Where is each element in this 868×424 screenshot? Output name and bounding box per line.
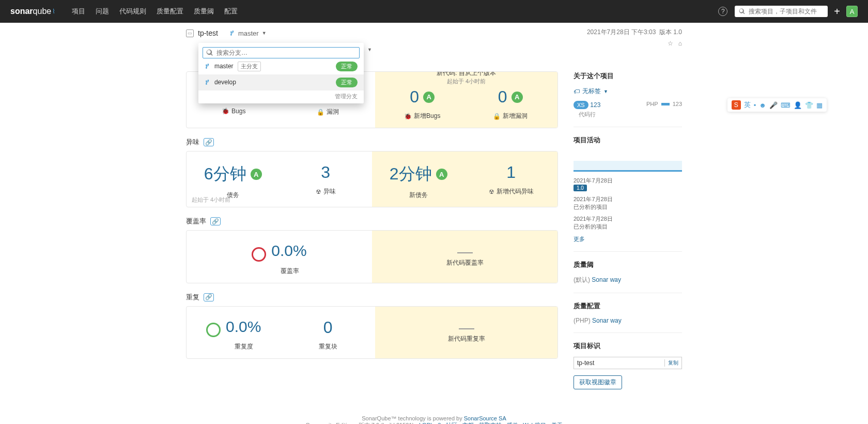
rating-badge: A	[512, 92, 523, 103]
bug-icon: 🐞	[222, 108, 229, 115]
global-search[interactable]	[735, 6, 828, 17]
metric-new-vulnerabilities[interactable]: 0A 🔒新增漏洞	[467, 87, 555, 120]
bug-icon: 🐞	[404, 113, 412, 120]
nav-issues[interactable]: 问题	[90, 7, 114, 16]
keyboard-icon[interactable]: ⌨	[781, 101, 791, 109]
star-icon[interactable]: ☆	[668, 40, 673, 47]
metric-debt[interactable]: 6分钟A 债务 起始于 4小时前	[187, 152, 280, 207]
search-icon	[739, 8, 745, 15]
rating-badge: A	[423, 92, 435, 103]
search-icon	[206, 49, 213, 56]
chevron-down-icon: ▼	[262, 31, 267, 36]
coverage-ring-icon	[252, 247, 266, 262]
more-activity-link[interactable]: 更多	[574, 236, 585, 242]
wave-icon: ⌇	[52, 8, 55, 15]
footer-link[interactable]: LGPL v3	[419, 422, 441, 424]
shirt-icon[interactable]: 👕	[805, 101, 813, 109]
branch-row-master[interactable]: master 主分支 正常	[203, 58, 360, 74]
microphone-icon[interactable]: 🎤	[769, 101, 778, 109]
ime-icon[interactable]: •	[754, 101, 756, 109]
rating-badge: A	[251, 169, 262, 180]
status-badge: 正常	[336, 62, 358, 71]
quality-gate-title: 质量阈	[574, 260, 682, 269]
nav-qprofiles[interactable]: 质量配置	[151, 7, 189, 16]
branch-icon	[205, 79, 210, 86]
nav-qgates[interactable]: 质量阈	[189, 7, 219, 16]
footer-link[interactable]: 获取支持	[479, 422, 502, 424]
last-analysis-date: 2021年7月28日 下午3:03	[587, 28, 656, 36]
user-avatar[interactable]: A	[846, 6, 858, 17]
footer-link[interactable]: 文档	[462, 422, 474, 424]
metric-smells[interactable]: 3 ☢异味	[280, 152, 373, 207]
grid-icon[interactable]: ▦	[816, 101, 823, 109]
nav-rules[interactable]: 代码规则	[114, 7, 151, 16]
lock-icon: 🔒	[493, 113, 501, 120]
nav-admin[interactable]: 配置	[219, 7, 243, 16]
search-input[interactable]	[749, 8, 824, 15]
footer-link[interactable]: 关于	[551, 422, 563, 424]
get-badge-button[interactable]: 获取视图徽章	[574, 375, 622, 389]
ime-icon[interactable]: ☻	[759, 101, 766, 109]
metric-duplication[interactable]: 0.0% 重复度	[187, 307, 281, 359]
nav-projects[interactable]: 项目	[67, 7, 90, 16]
branch-icon	[205, 63, 210, 70]
section-coverage: 覆盖率	[186, 217, 206, 226]
metric-new-bugs[interactable]: 0A 🐞新增Bugs	[378, 87, 467, 120]
chevron-down-icon: ▼	[603, 89, 608, 94]
activity-title: 项目活动	[574, 135, 682, 145]
metric-new-duplication[interactable]: 新代码重复率	[375, 307, 557, 359]
link-icon[interactable]: 🔗	[204, 293, 214, 301]
version-badge: 1.0	[574, 185, 587, 191]
metric-coverage[interactable]: 0.0% 覆盖率	[187, 231, 372, 283]
activity-chart[interactable]	[574, 151, 682, 172]
section-duplication: 重复	[186, 293, 199, 302]
person-icon[interactable]: 👤	[794, 101, 802, 109]
branch-selector[interactable]: master ▼	[229, 29, 267, 37]
metric-new-smells[interactable]: 1 ☢新增代码异味	[465, 152, 558, 207]
metric-new-debt[interactable]: 2分钟A 新债务	[372, 152, 465, 207]
quality-profile-title: 质量配置	[574, 301, 682, 311]
copy-button[interactable]: 复制	[664, 359, 678, 367]
manage-branches-link[interactable]: 管理分支	[203, 90, 360, 100]
radiation-icon: ☢	[316, 188, 321, 195]
tags-link[interactable]: 🏷 无标签 ▼	[574, 87, 682, 96]
sogou-icon: S	[732, 100, 741, 110]
quality-gate-link[interactable]: Sonar way	[592, 276, 621, 283]
ime-toolbar: S 英 • ☻ 🎤 ⌨ 👤 👕 ▦	[727, 98, 827, 112]
brand-logo[interactable]: sonarqube⌇	[10, 7, 55, 16]
footer-link[interactable]: 插件	[507, 422, 518, 424]
footer-link[interactable]: 社区	[446, 422, 457, 424]
project-key-value: tp-test	[577, 359, 594, 367]
section-smells: 异味	[186, 138, 199, 147]
quality-profile-link[interactable]: Sonar way	[592, 317, 622, 324]
branch-dropdown: ▼ master 主分支 正常 develop 正常 管理分支	[198, 43, 364, 103]
chevron-down-icon: ▼	[367, 47, 372, 52]
size-badge: XS	[574, 101, 588, 109]
about-title: 关于这个项目	[574, 71, 682, 81]
metric-dup-blocks[interactable]: 0 重复块	[281, 307, 376, 359]
footer: SonarQube™ technology is powered by Sona…	[0, 389, 868, 424]
version-label: 版本 1.0	[659, 28, 682, 36]
link-icon[interactable]: 🔗	[204, 138, 214, 146]
branch-row-develop[interactable]: develop 正常	[198, 74, 364, 90]
main-branch-chip: 主分支	[238, 62, 261, 71]
metric-new-coverage[interactable]: 新代码覆盖率	[372, 231, 557, 283]
create-button[interactable]: +	[834, 6, 840, 18]
link-icon[interactable]: 🔗	[210, 217, 221, 225]
status-badge: 正常	[336, 78, 358, 87]
project-name[interactable]: tp-test	[198, 29, 218, 37]
project-icon: ▭	[186, 29, 194, 37]
language-bar: PHP 123	[646, 101, 682, 107]
new-code-title: 新代码: 自从上个版本	[437, 71, 496, 77]
footer-link[interactable]: Web接口	[523, 422, 546, 424]
rating-badge: A	[436, 169, 447, 180]
radiation-icon: ☢	[489, 188, 494, 195]
home-icon[interactable]: ⌂	[678, 40, 682, 47]
help-icon[interactable]: ?	[718, 7, 727, 16]
sonarsource-link[interactable]: SonarSource SA	[464, 415, 506, 421]
loc-value[interactable]: 123	[590, 101, 600, 109]
duplication-ring-icon	[206, 323, 221, 337]
lock-icon: 🔒	[317, 109, 324, 116]
branch-search-input[interactable]	[216, 49, 356, 56]
branch-icon	[229, 30, 235, 37]
